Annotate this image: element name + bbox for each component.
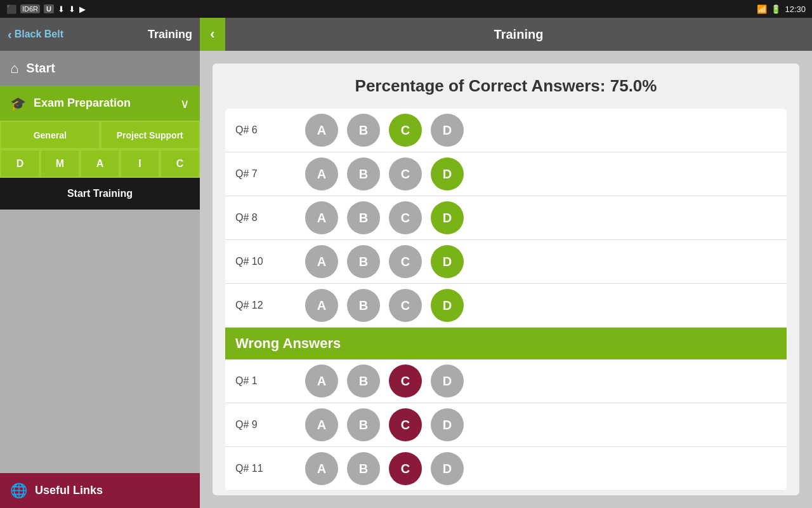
choice-b[interactable]: B bbox=[347, 157, 380, 190]
wrong-answers-header: Wrong Answers bbox=[225, 328, 787, 359]
icon-monitor: ⬛ bbox=[6, 4, 16, 14]
choice-c[interactable]: C bbox=[389, 201, 422, 234]
icon-play: ▶ bbox=[79, 4, 86, 14]
choice-b[interactable]: B bbox=[347, 245, 380, 278]
useful-links-label: Useful Links bbox=[35, 484, 103, 497]
choice-c[interactable]: C bbox=[389, 245, 422, 278]
sidebar-header: ‹ Black Belt Training bbox=[0, 18, 200, 51]
status-icons-left: ⬛ ID6R U ⬇ ⬇ ▶ bbox=[6, 4, 86, 14]
choice-c[interactable]: C bbox=[389, 289, 422, 322]
answer-circles: A B C D bbox=[305, 452, 464, 485]
start-training-button[interactable]: Start Training bbox=[0, 178, 200, 210]
sidebar-sub-buttons: General Project Support bbox=[0, 121, 200, 149]
table-row: Q# 12 A B C D bbox=[225, 284, 787, 328]
start-label: Start bbox=[26, 61, 55, 76]
app-container: ‹ Black Belt Training ⌂ Start 🎓 Exam Pre… bbox=[0, 18, 812, 508]
wifi-icon: 📶 bbox=[757, 4, 767, 14]
icon-download1: ⬇ bbox=[58, 4, 65, 14]
main-header: ‹ Training bbox=[200, 18, 812, 51]
choice-d[interactable]: D bbox=[431, 452, 464, 485]
choice-c[interactable]: C bbox=[389, 157, 422, 190]
choice-a[interactable]: A bbox=[305, 157, 338, 190]
choice-d-selected[interactable]: D bbox=[431, 157, 464, 190]
choice-d[interactable]: D bbox=[431, 408, 464, 441]
choice-b[interactable]: B bbox=[347, 201, 380, 234]
choice-b[interactable]: B bbox=[347, 408, 380, 441]
choice-a[interactable]: A bbox=[305, 289, 338, 322]
sidebar-spacer bbox=[0, 210, 200, 473]
question-label: Q# 6 bbox=[235, 124, 286, 136]
sidebar-item-start[interactable]: ⌂ Start bbox=[0, 51, 200, 86]
sidebar-item-useful-links[interactable]: 🌐 Useful Links bbox=[0, 473, 200, 508]
choice-c-wrong[interactable]: C bbox=[389, 364, 422, 398]
letter-d-button[interactable]: D bbox=[0, 149, 40, 178]
project-support-button[interactable]: Project Support bbox=[100, 121, 200, 149]
answer-circles: A B C D bbox=[305, 114, 464, 147]
choice-b[interactable]: B bbox=[347, 364, 380, 398]
choice-d[interactable]: D bbox=[431, 114, 464, 147]
choice-c-wrong[interactable]: C bbox=[389, 408, 422, 441]
sidebar: ‹ Black Belt Training ⌂ Start 🎓 Exam Pre… bbox=[0, 18, 200, 508]
question-label: Q# 1 bbox=[235, 375, 286, 387]
sidebar-item-exam-preparation[interactable]: 🎓 Exam Preparation ∨ bbox=[0, 86, 200, 121]
icon-download2: ⬇ bbox=[69, 4, 75, 14]
choice-a[interactable]: A bbox=[305, 201, 338, 234]
exam-label: Exam Preparation bbox=[34, 97, 173, 110]
icon-u: U bbox=[44, 4, 54, 13]
choice-c-selected[interactable]: C bbox=[389, 114, 422, 147]
chevron-down-icon: ∨ bbox=[180, 96, 190, 111]
choice-d-selected[interactable]: D bbox=[431, 245, 464, 278]
choice-b[interactable]: B bbox=[347, 289, 380, 322]
main-title: Training bbox=[235, 27, 802, 42]
letter-m-button[interactable]: M bbox=[40, 149, 80, 178]
choice-d[interactable]: D bbox=[431, 364, 464, 398]
clock: 12:30 bbox=[785, 4, 806, 14]
table-row: Q# 1 A B C D bbox=[225, 359, 787, 403]
status-bar: ⬛ ID6R U ⬇ ⬇ ▶ 📶 🔋 12:30 bbox=[0, 0, 812, 18]
letter-a-button[interactable]: A bbox=[80, 149, 120, 178]
table-row: Q# 6 A B C D bbox=[225, 109, 787, 152]
content-card: Percentage of Correct Answers: 75.0% Q# … bbox=[213, 64, 799, 495]
table-row: Q# 7 A B C D bbox=[225, 152, 787, 196]
general-button[interactable]: General bbox=[0, 121, 100, 149]
answer-circles: A B C D bbox=[305, 289, 464, 322]
question-label: Q# 7 bbox=[235, 168, 286, 180]
collapse-button[interactable]: ‹ bbox=[200, 18, 225, 51]
sidebar-letter-buttons: D M A I C bbox=[0, 149, 200, 178]
start-training-label: Start Training bbox=[67, 188, 133, 199]
back-button[interactable]: ‹ Black Belt bbox=[8, 27, 63, 42]
question-label: Q# 11 bbox=[235, 463, 286, 474]
percentage-label: Percentage of Correct Answers: 75.0% bbox=[225, 76, 787, 96]
question-label: Q# 8 bbox=[235, 212, 286, 224]
letter-c-button[interactable]: C bbox=[160, 149, 200, 178]
answer-circles: A B C D bbox=[305, 364, 464, 398]
choice-a[interactable]: A bbox=[305, 114, 338, 147]
graduation-icon: 🎓 bbox=[10, 96, 26, 111]
choice-a[interactable]: A bbox=[305, 452, 338, 485]
answer-circles: A B C D bbox=[305, 201, 464, 234]
table-row: Q# 11 A B C D bbox=[225, 447, 787, 491]
table-row: Q# 8 A B C D bbox=[225, 196, 787, 240]
letter-i-button[interactable]: I bbox=[120, 149, 160, 178]
choice-d-selected[interactable]: D bbox=[431, 201, 464, 234]
choice-a[interactable]: A bbox=[305, 364, 338, 398]
choice-b[interactable]: B bbox=[347, 114, 380, 147]
answer-table: Q# 6 A B C D Q# 7 A B C D bbox=[225, 109, 787, 491]
choice-c-wrong[interactable]: C bbox=[389, 452, 422, 485]
table-row: Q# 10 A B C D bbox=[225, 240, 787, 284]
choice-d-selected[interactable]: D bbox=[431, 289, 464, 322]
question-label: Q# 9 bbox=[235, 419, 286, 431]
wrong-answers-label: Wrong Answers bbox=[235, 335, 341, 352]
back-arrow-icon: ‹ bbox=[8, 27, 12, 42]
question-label: Q# 12 bbox=[235, 300, 286, 311]
choice-b[interactable]: B bbox=[347, 452, 380, 485]
choice-a[interactable]: A bbox=[305, 408, 338, 441]
question-label: Q# 10 bbox=[235, 256, 286, 267]
choice-a[interactable]: A bbox=[305, 245, 338, 278]
globe-icon: 🌐 bbox=[10, 483, 27, 499]
icon-id: ID6R bbox=[20, 4, 40, 13]
chevron-left-icon: ‹ bbox=[210, 26, 214, 43]
table-row: Q# 9 A B C D bbox=[225, 403, 787, 447]
answer-circles: A B C D bbox=[305, 157, 464, 190]
back-label: Black Belt bbox=[15, 29, 63, 40]
